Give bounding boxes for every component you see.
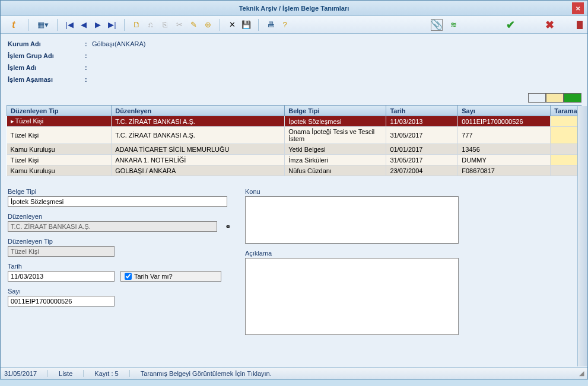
- nav-last-icon[interactable]: ▶|: [106, 19, 118, 31]
- status-mode: Liste: [59, 370, 84, 377]
- app-icon: t: [5, 19, 22, 31]
- record-icon[interactable]: [577, 21, 583, 29]
- col-tarama[interactable]: Tarama: [551, 106, 581, 116]
- cell-tip: Kamu Kuruluşu: [7, 165, 112, 176]
- new-doc-icon[interactable]: 🗋: [131, 19, 142, 31]
- konu-label: Konu: [245, 188, 459, 195]
- cell-belge: Nüfus Cüzdanı: [285, 165, 386, 176]
- tarih-var-checkbox[interactable]: Tarih Var mı?: [120, 271, 221, 282]
- table-row[interactable]: Tüzel KişiT.C. ZİRAAT BANKASI A.Ş.İpotek…: [7, 116, 581, 127]
- cell-sayi: F08670817: [458, 165, 551, 176]
- cell-sayi: 777: [458, 127, 551, 144]
- nav-first-icon[interactable]: |◀: [63, 19, 75, 31]
- documents-table[interactable]: Düzenleyen Tip Düzenleyen Belge Tipi Tar…: [7, 105, 581, 176]
- cell-tarama[interactable]: [551, 127, 581, 144]
- sayi-input[interactable]: [8, 296, 115, 307]
- kurum-label: Kurum Adı: [8, 40, 85, 47]
- cell-belge: İpotek Sözleşmesi: [285, 116, 386, 127]
- duzenleyen-tip-label: Düzenleyen Tip: [8, 238, 233, 245]
- cell-belge: İmza Sirküleri: [285, 155, 386, 165]
- cell-belge: Yetki Belgesi: [285, 144, 386, 155]
- scan-icon[interactable]: ≋: [447, 19, 459, 31]
- lookup-icon[interactable]: ⚭: [223, 221, 233, 232]
- cell-tip: Tüzel Kişi: [7, 155, 112, 165]
- aciklama-label: Açıklama: [245, 250, 459, 257]
- window-title: Teknik Arşiv / İşlem Belge Tanımları: [239, 5, 349, 12]
- paste-icon[interactable]: ⎘: [159, 19, 171, 31]
- col-tarih[interactable]: Tarih: [386, 106, 458, 116]
- toolbar: t ▦▾ |◀ ◀ ▶ ▶| 🗋 ⎌ ⎘ ✂ ✎ ⊕ ✕ 💾 🖶 ? 📎 ≋ ✔…: [1, 16, 587, 34]
- save-icon[interactable]: 💾: [240, 19, 252, 31]
- cell-tarama[interactable]: [551, 155, 581, 165]
- col-belge[interactable]: Belge Tipi: [285, 106, 386, 116]
- close-button[interactable]: ✕: [572, 2, 584, 14]
- asama-label: İşlem Aşaması: [8, 76, 85, 83]
- grup-label: İşlem Grup Adı: [8, 52, 85, 59]
- cell-belge: Onama İpoteği Tesis ve Tescil İstem: [285, 127, 386, 144]
- cell-tarih: 11/03/2013: [386, 116, 458, 127]
- print-icon[interactable]: 🖶: [265, 19, 276, 31]
- resize-grip-icon[interactable]: ◢: [579, 369, 584, 377]
- belge-tipi-input[interactable]: [8, 196, 227, 207]
- cancel-icon[interactable]: ✖: [543, 19, 555, 31]
- cell-tip: Tüzel Kişi: [7, 116, 112, 127]
- cell-duz: T.C. ZİRAAT BANKASI A.Ş.: [112, 116, 285, 127]
- cell-tarama[interactable]: [551, 165, 581, 176]
- confirm-icon[interactable]: ✔: [504, 19, 516, 31]
- cell-tarih: 31/05/2017: [386, 127, 458, 144]
- tarih-var-label: Tarih Var mı?: [134, 273, 173, 280]
- duzenleyen-label: Düzenleyen: [8, 213, 233, 220]
- table-row[interactable]: Tüzel KişiT.C. ZİRAAT BANKASI A.Ş.Onama …: [7, 127, 581, 144]
- belge-tipi-label: Belge Tipi: [8, 188, 233, 195]
- cell-tarama[interactable]: [551, 116, 581, 127]
- kurum-value: Gölbaşı(ANKARA): [92, 40, 145, 47]
- nav-next-icon[interactable]: ▶: [92, 19, 104, 31]
- cut-icon[interactable]: ✂: [173, 19, 185, 31]
- aciklama-textarea[interactable]: [245, 258, 459, 335]
- main-window: Teknik Arşiv / İşlem Belge Tanımları ✕ t…: [0, 0, 588, 379]
- cell-sayi: 13456: [458, 144, 551, 155]
- grid-icon[interactable]: ▦▾: [34, 19, 51, 31]
- statusbar: 31/05/2017 Liste Kayıt : 5 Taranmış Belg…: [1, 367, 587, 379]
- titlebar: Teknik Arşiv / İşlem Belge Tanımları ✕: [1, 1, 587, 16]
- tarih-var-input[interactable]: [125, 273, 132, 280]
- color-white: [528, 93, 546, 103]
- cell-duz: ADANA TİCARET SİCİL MEMURLUĞU: [112, 144, 285, 155]
- duzenleyen-tip-input[interactable]: [8, 246, 115, 257]
- add-icon[interactable]: ⊕: [202, 19, 214, 31]
- table-row[interactable]: Kamu KuruluşuGÖLBAŞI / ANKARANüfus Cüzda…: [7, 165, 581, 176]
- cell-sayi: 0011EIP1700000526: [458, 116, 551, 127]
- copy-icon[interactable]: ⎌: [145, 19, 157, 31]
- duzenleyen-input[interactable]: [8, 221, 217, 232]
- delete-icon[interactable]: ✕: [226, 19, 238, 31]
- cell-duz: GÖLBAŞI / ANKARA: [112, 165, 285, 176]
- attach-icon[interactable]: 📎: [431, 19, 443, 31]
- status-count: Kayıt : 5: [94, 370, 129, 377]
- table-row[interactable]: Kamu KuruluşuADANA TİCARET SİCİL MEMURLU…: [7, 144, 581, 155]
- cell-tarih: 31/05/2017: [386, 155, 458, 165]
- table-row[interactable]: Tüzel KişiANKARA 1. NOTERLİĞİİmza Sirkül…: [7, 155, 581, 165]
- cell-duz: ANKARA 1. NOTERLİĞİ: [112, 155, 285, 165]
- edit-icon[interactable]: ✎: [187, 19, 199, 31]
- nav-prev-icon[interactable]: ◀: [78, 19, 90, 31]
- cell-tarama[interactable]: [551, 144, 581, 155]
- detail-form: Belge Tipi Düzenleyen ⚭ Düzenleyen Tip T…: [1, 176, 587, 340]
- color-yellow: [546, 93, 564, 103]
- tarih-input[interactable]: [8, 271, 115, 282]
- cell-tip: Kamu Kuruluşu: [7, 144, 112, 155]
- islem-label: İşlem Adı: [8, 64, 85, 71]
- help-icon[interactable]: ?: [279, 19, 291, 31]
- col-sayi[interactable]: Sayı: [458, 106, 551, 116]
- info-panel: Kurum Adı : Gölbaşı(ANKARA) İşlem Grup A…: [1, 34, 587, 91]
- tarih-label: Tarih: [8, 263, 115, 270]
- col-tip[interactable]: Düzenleyen Tip: [7, 106, 112, 116]
- status-date: 31/05/2017: [4, 370, 48, 377]
- scrollbar-vertical[interactable]: [577, 106, 587, 366]
- cell-sayi: DUMMY: [458, 155, 551, 165]
- cell-duz: T.C. ZİRAAT BANKASI A.Ş.: [112, 127, 285, 144]
- cell-tip: Tüzel Kişi: [7, 127, 112, 144]
- status-hint: Taranmış Belgeyi Görüntülemek İçin Tıkla…: [141, 370, 272, 377]
- col-duzenleyen[interactable]: Düzenleyen: [112, 106, 285, 116]
- cell-tarih: 01/01/2017: [386, 144, 458, 155]
- konu-textarea[interactable]: [245, 196, 459, 244]
